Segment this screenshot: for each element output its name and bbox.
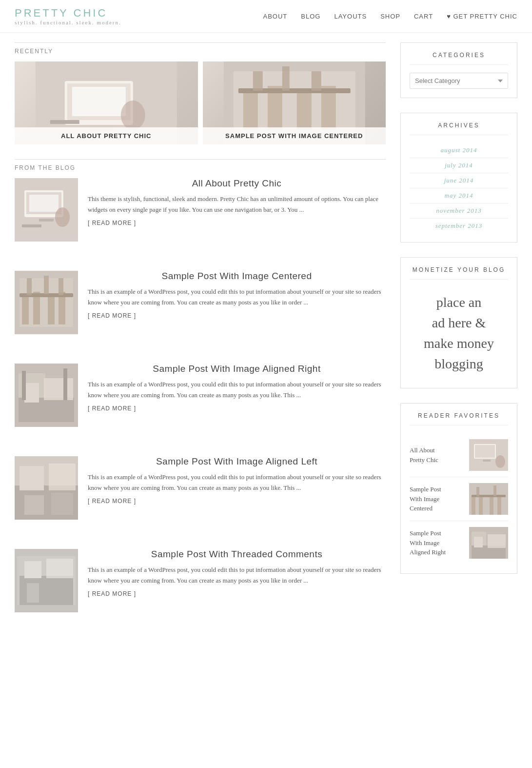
svg-rect-65 [493,485,496,496]
reader-fav-1[interactable]: All AboutPretty Chic [410,433,508,477]
archive-item-2: july 2014 [410,158,508,173]
recent-item-1[interactable]: ALL ABOUT PRETTY CHIC [15,61,198,144]
blog-post-2-content: Sample Post With Image Centered This is … [88,271,386,334]
svg-rect-23 [22,224,41,227]
svg-rect-59 [472,497,475,515]
archive-item-5: november 2013 [410,203,508,219]
svg-rect-16 [311,71,321,91]
blog-post-2-image [15,271,78,334]
blog-post-1-image [15,178,78,242]
reader-fav-1-image [469,439,508,471]
main-nav: ABOUT BLOG LAYOUTS SHOP CART ♥ GET PRETT… [263,13,517,20]
svg-rect-62 [497,495,501,515]
svg-rect-20 [29,195,59,212]
archive-link-4[interactable]: may 2014 [445,192,473,199]
nav-shop[interactable]: SHOP [380,13,400,20]
blog-post-1-read-more[interactable]: [ READ MORE ] [88,220,136,226]
blog-post-4-image [15,456,78,520]
svg-rect-28 [48,295,55,324]
svg-rect-37 [24,383,39,403]
svg-rect-44 [49,464,76,490]
svg-rect-55 [475,445,495,458]
archive-link-5[interactable]: november 2013 [436,207,482,214]
blog-post-5-read-more[interactable]: [ READ MORE ] [88,590,136,597]
blog-post-4-title[interactable]: Sample Post With Image Aligned Left [88,456,386,467]
svg-rect-46 [51,493,73,515]
recent-item-2[interactable]: SAMPLE POST WITH IMAGE CENTERED [203,61,386,144]
svg-rect-38 [44,378,73,400]
archive-item-6: september 2013 [410,219,508,233]
categories-widget: CATEGORIES Select Category [400,42,517,98]
blog-post-5-content: Sample Post With Threaded Comments This … [88,549,386,612]
blog-post-1-content: All About Pretty Chic This theme is styl… [88,178,386,242]
recently-label: RECENTLY [15,42,386,55]
archive-link-1[interactable]: august 2014 [441,146,477,154]
svg-rect-11 [296,91,311,130]
blog-post-3-title[interactable]: Sample Post With Image Aligned Right [88,364,386,374]
svg-rect-61 [490,497,493,515]
blog-post-2-excerpt: This is an example of a WordPress post, … [88,286,386,308]
monetize-content: place anad here &make moneyblogging [410,287,508,379]
recent-grid: ALL ABOUT PRETTY CHIC [15,61,386,144]
svg-rect-3 [72,87,126,116]
reader-fav-2-label: Sample PostWith ImageCentered [410,485,464,513]
svg-rect-43 [20,466,44,490]
archives-title: ARCHIVES [410,122,508,135]
monetize-title: MONETIZE YOUR BLOG [410,266,508,280]
archive-link-2[interactable]: july 2014 [445,162,473,169]
reader-favorites-widget: READER FAVORITES All AboutPretty Chic Sa… [400,403,517,574]
svg-rect-14 [253,71,262,91]
svg-rect-56 [483,460,491,462]
archive-item-4: may 2014 [410,188,508,203]
svg-rect-51 [46,559,73,578]
archives-widget: ARCHIVES august 2014 july 2014 june 2014… [400,113,517,243]
reader-favorites-title: READER FAVORITES [410,412,508,425]
recent-item-2-label: SAMPLE POST WITH IMAGE CENTERED [203,127,386,144]
blog-post-5-excerpt: This is an example of a WordPress post, … [88,565,386,586]
blog-post-2-title[interactable]: Sample Post With Image Centered [88,271,386,282]
blog-post-1: All About Pretty Chic This theme is styl… [15,178,386,251]
nav-layouts[interactable]: LAYOUTS [334,13,367,20]
blog-post-3-content: Sample Post With Image Aligned Right Thi… [88,364,386,427]
svg-rect-26 [22,295,29,324]
page-layout: RECENTLY [0,33,532,651]
recent-item-1-label: ALL ABOUT PRETTY CHIC [15,127,198,144]
blog-post-1-excerpt: This theme is stylish, functional, sleek… [88,194,386,215]
blog-post-4-content: Sample Post With Image Aligned Left This… [88,456,386,520]
recently-section: RECENTLY [15,42,386,144]
svg-rect-60 [479,495,483,515]
svg-rect-31 [27,278,32,295]
nav-cart[interactable]: CART [414,13,433,20]
blog-post-1-title[interactable]: All About Pretty Chic [88,178,386,189]
archive-link-3[interactable]: june 2014 [444,177,474,184]
site-tagline: stylish. functional. sleek. modern. [15,20,121,25]
reader-fav-3[interactable]: Sample PostWith ImageAligned Right [410,521,508,565]
svg-rect-64 [476,487,479,497]
sidebar: CATEGORIES Select Category ARCHIVES augu… [400,42,517,642]
blog-post-2-read-more[interactable]: [ READ MORE ] [88,312,136,319]
blog-post-3-image [15,364,78,427]
category-select[interactable]: Select Category [410,73,508,89]
archive-list: august 2014 july 2014 june 2014 may 2014… [410,143,508,233]
blog-post-4-excerpt: This is an example of a WordPress post, … [88,472,386,493]
svg-rect-15 [282,66,289,91]
blog-post-3-read-more[interactable]: [ READ MORE ] [88,405,136,412]
reader-fav-2[interactable]: Sample PostWith ImageCentered [410,477,508,521]
nav-about[interactable]: ABOUT [263,13,287,20]
monetize-text: place anad here &make moneyblogging [414,292,503,374]
site-logo[interactable]: PRETTY CHIC [15,7,121,20]
reader-fav-3-image [469,527,508,559]
svg-rect-21 [39,219,54,222]
svg-point-22 [55,207,70,227]
svg-point-5 [121,101,145,130]
logo-area: PRETTY CHIC stylish. functional. sleek. … [15,7,121,25]
archive-link-6[interactable]: september 2013 [435,222,483,229]
blog-post-2: Sample Post With Image Centered This is … [15,271,386,344]
blog-post-5-image [15,549,78,612]
nav-get-pretty-chic[interactable]: ♥ GET PRETTY CHIC [447,13,517,20]
nav-blog[interactable]: BLOG [301,13,320,20]
blog-post-3: Sample Post With Image Aligned Right Thi… [15,364,386,437]
blog-post-4-read-more[interactable]: [ READ MORE ] [88,498,136,505]
svg-rect-52 [27,583,39,603]
blog-post-5-title[interactable]: Sample Post With Threaded Comments [88,549,386,560]
